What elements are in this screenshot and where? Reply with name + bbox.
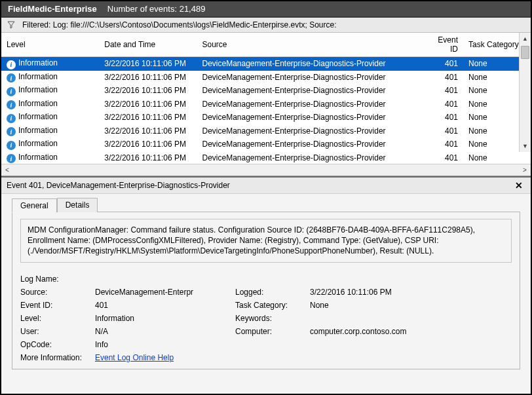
table-row[interactable]: iInformation3/22/2016 10:11:06 PMDeviceM…	[1, 57, 531, 71]
cell-source: DeviceManagement-Enterprise-Diagnostics-…	[197, 111, 423, 124]
cell-source: DeviceManagement-Enterprise-Diagnostics-…	[197, 98, 423, 111]
filter-text: Filtered: Log: file:///C:\Users\Contoso\…	[22, 20, 337, 29]
horizontal-scrollbar[interactable]: < >	[1, 164, 531, 176]
source-label: Source:	[20, 288, 92, 297]
opcode-value: Info	[95, 340, 233, 349]
column-header-row[interactable]: Level Date and Time Source Event ID Task…	[1, 33, 531, 57]
user-value: N/A	[95, 327, 233, 336]
cell-level: iInformation	[1, 84, 99, 98]
cell-source: DeviceManagement-Enterprise-Diagnostics-…	[197, 124, 423, 138]
filter-bar: Filtered: Log: file:///C:\Users\Contoso\…	[1, 18, 531, 33]
col-level[interactable]: Level	[1, 33, 99, 57]
col-source[interactable]: Source	[197, 33, 423, 57]
cell-level: iInformation	[1, 98, 99, 111]
information-icon: i	[7, 60, 16, 69]
detail-title: Event 401, DeviceManagement-Enterprise-D…	[7, 181, 230, 190]
table-row[interactable]: iInformation3/22/2016 10:11:06 PMDeviceM…	[1, 71, 531, 85]
cell-datetime: 3/22/2016 10:11:06 PM	[99, 138, 197, 151]
cell-eventid: 401	[423, 98, 463, 111]
source-value: DeviceManagement-Enterpr	[95, 288, 233, 297]
level-value: Information	[95, 314, 233, 323]
cell-source: DeviceManagement-Enterprise-Diagnostics-…	[197, 138, 423, 151]
col-eventid[interactable]: Event ID	[423, 33, 463, 57]
cell-level: iInformation	[1, 124, 99, 138]
taskcat-label: Task Category:	[235, 301, 307, 310]
detail-tabs: General Details	[12, 198, 520, 212]
information-icon: i	[7, 100, 16, 109]
tab-general[interactable]: General	[12, 198, 57, 213]
table-row[interactable]: iInformation3/22/2016 10:11:06 PMDeviceM…	[1, 98, 531, 111]
logged-label: Logged:	[235, 288, 307, 297]
cell-taskcat: None	[463, 151, 531, 164]
table-row[interactable]: iInformation3/22/2016 10:11:06 PMDeviceM…	[1, 124, 531, 138]
table-row[interactable]: iInformation3/22/2016 10:11:06 PMDeviceM…	[1, 84, 531, 98]
scroll-right-icon[interactable]: >	[519, 164, 531, 176]
cell-level: iInformation	[1, 138, 99, 151]
cell-source: DeviceManagement-Enterprise-Diagnostics-…	[197, 84, 423, 98]
table-row[interactable]: iInformation3/22/2016 10:11:06 PMDeviceM…	[1, 111, 531, 124]
event-description[interactable]: MDM ConfigurationManager: Command failur…	[20, 219, 512, 263]
col-datetime[interactable]: Date and Time	[99, 33, 197, 57]
computer-value: computer.corp.contoso.com	[310, 327, 461, 336]
level-label: Level:	[20, 314, 92, 323]
information-icon: i	[7, 73, 16, 83]
information-icon: i	[7, 141, 16, 150]
scroll-thumb[interactable]	[521, 46, 529, 59]
cell-eventid: 401	[423, 138, 463, 151]
table-row[interactable]: iInformation3/22/2016 10:11:06 PMDeviceM…	[1, 138, 531, 151]
scroll-left-icon[interactable]: <	[1, 164, 13, 176]
cell-eventid: 401	[423, 111, 463, 124]
cell-level: iInformation	[1, 57, 99, 71]
cell-source: DeviceManagement-Enterprise-Diagnostics-…	[197, 151, 423, 164]
event-properties: Log Name: Source: DeviceManagement-Enter…	[20, 274, 512, 362]
cell-source: DeviceManagement-Enterprise-Diagnostics-…	[197, 57, 423, 71]
scroll-up-icon[interactable]: ▲	[520, 33, 531, 45]
eventid-label: Event ID:	[20, 301, 92, 310]
event-grid-container: Level Date and Time Source Event ID Task…	[1, 33, 531, 176]
cell-datetime: 3/22/2016 10:11:06 PM	[99, 84, 197, 98]
close-icon[interactable]: ✕	[512, 180, 525, 191]
cell-level: iInformation	[1, 71, 99, 85]
keywords-label: Keywords:	[235, 314, 307, 323]
event-grid[interactable]: Level Date and Time Source Event ID Task…	[1, 33, 531, 164]
table-row[interactable]: iInformation3/22/2016 10:11:06 PMDeviceM…	[1, 151, 531, 164]
cell-eventid: 401	[423, 151, 463, 164]
cell-eventid: 401	[423, 57, 463, 71]
eventid-value: 401	[95, 301, 233, 310]
cell-datetime: 3/22/2016 10:11:06 PM	[99, 57, 197, 71]
scroll-down-icon[interactable]: ▼	[520, 140, 531, 152]
cell-eventid: 401	[423, 84, 463, 98]
information-icon: i	[7, 114, 16, 123]
cell-eventid: 401	[423, 71, 463, 85]
detail-pane: General Details MDM ConfigurationManager…	[1, 194, 531, 394]
cell-level: iInformation	[1, 151, 99, 164]
information-icon: i	[7, 154, 16, 163]
detail-pane-header: Event 401, DeviceManagement-Enterprise-D…	[1, 176, 531, 194]
moreinfo-link[interactable]: Event Log Online Help	[95, 353, 174, 362]
cell-level: iInformation	[1, 111, 99, 124]
cell-source: DeviceManagement-Enterprise-Diagnostics-…	[197, 71, 423, 85]
filter-icon[interactable]	[7, 20, 16, 29]
cell-eventid: 401	[423, 124, 463, 138]
cell-datetime: 3/22/2016 10:11:06 PM	[99, 151, 197, 164]
cell-datetime: 3/22/2016 10:11:06 PM	[99, 111, 197, 124]
title-bar: FieldMedic-Enterprise Number of events: …	[1, 1, 531, 18]
log-title: FieldMedic-Enterprise	[8, 4, 97, 14]
event-count: Number of events: 21,489	[107, 4, 206, 14]
tab-panel-general: MDM ConfigurationManager: Command failur…	[12, 212, 520, 369]
information-icon: i	[7, 127, 16, 136]
cell-datetime: 3/22/2016 10:11:06 PM	[99, 71, 197, 85]
cell-datetime: 3/22/2016 10:11:06 PM	[99, 124, 197, 138]
taskcat-value: None	[310, 301, 461, 310]
opcode-label: OpCode:	[20, 340, 92, 349]
moreinfo-label: More Information:	[20, 353, 92, 362]
user-label: User:	[20, 327, 92, 336]
information-icon: i	[7, 87, 16, 96]
cell-datetime: 3/22/2016 10:11:06 PM	[99, 98, 197, 111]
vertical-scrollbar[interactable]: ▲ ▼	[519, 33, 531, 152]
log-name-label: Log Name:	[20, 274, 92, 284]
logged-value: 3/22/2016 10:11:06 PM	[310, 288, 461, 297]
computer-label: Computer:	[235, 327, 307, 336]
tab-details[interactable]: Details	[57, 198, 98, 212]
